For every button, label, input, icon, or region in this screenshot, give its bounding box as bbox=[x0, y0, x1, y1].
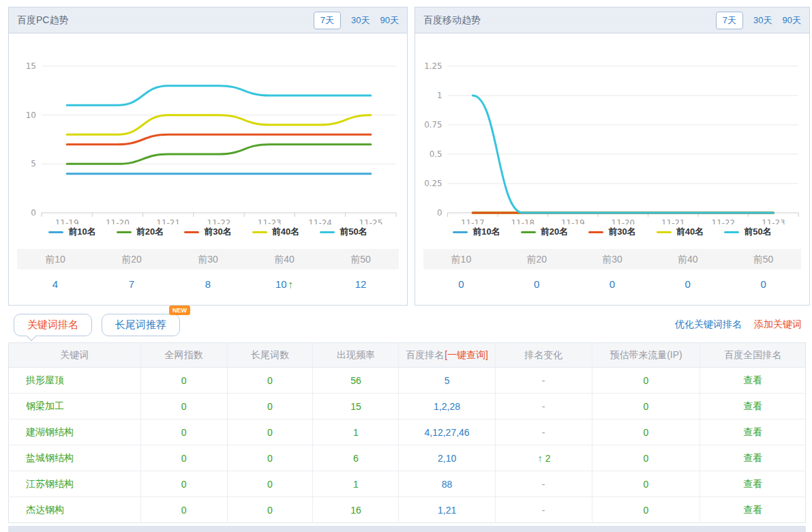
legend-label: 前20名 bbox=[136, 226, 164, 238]
longtail-count-cell: 0 bbox=[227, 368, 313, 394]
summary-value[interactable]: 0 bbox=[423, 269, 499, 297]
col-header: 全网指数 bbox=[140, 343, 227, 368]
col-header: 百度全国排名 bbox=[700, 343, 806, 368]
legend-item[interactable]: 前50名 bbox=[724, 226, 771, 238]
view-link[interactable]: 查看 bbox=[743, 374, 762, 385]
keyword-cell[interactable]: 钢梁加工 bbox=[9, 394, 141, 419]
legend-item[interactable]: 前20名 bbox=[117, 226, 164, 238]
legend-line-swatch bbox=[521, 231, 536, 233]
summary-value[interactable]: 8 bbox=[170, 269, 246, 297]
net-index-cell: 0 bbox=[140, 394, 227, 419]
summary-value[interactable]: 0 bbox=[725, 269, 801, 297]
view-link[interactable]: 查看 bbox=[743, 504, 762, 515]
pc-range-90d-button[interactable]: 90天 bbox=[380, 14, 399, 27]
svg-text:11-20: 11-20 bbox=[106, 218, 130, 224]
view-link[interactable]: 查看 bbox=[743, 400, 762, 411]
pc-rank-summary: 前10前20前30前40前5047810↑12 bbox=[17, 249, 399, 297]
keyword-row: 杰达钢构00161,21-0查看 bbox=[9, 497, 806, 523]
longtail-count-cell: 0 bbox=[227, 497, 313, 523]
no-change-dash: - bbox=[542, 375, 545, 386]
new-badge: NEW bbox=[169, 306, 190, 315]
legend-label: 前50名 bbox=[744, 226, 771, 238]
legend-item[interactable]: 前40名 bbox=[252, 226, 299, 238]
summary-value[interactable]: 7 bbox=[93, 269, 170, 297]
traffic-cell: 0 bbox=[592, 445, 700, 471]
svg-text:0: 0 bbox=[437, 208, 442, 218]
view-link[interactable]: 查看 bbox=[743, 426, 762, 437]
summary-header-row: 前10前20前30前40前50 bbox=[423, 249, 801, 269]
legend-item[interactable]: 前30名 bbox=[588, 226, 635, 238]
legend-item[interactable]: 前50名 bbox=[320, 226, 367, 238]
optimize-keyword-rank-link[interactable]: 优化关键词排名 bbox=[675, 319, 742, 331]
summary-value[interactable]: 4 bbox=[17, 269, 93, 297]
tab-longtail-suggest[interactable]: 长尾词推荐 NEW bbox=[102, 314, 180, 336]
keyword-row: 钢梁加工00151,2,28-0查看 bbox=[9, 394, 806, 419]
pc-panel-header: 百度PC趋势 7天 30天 90天 bbox=[9, 8, 407, 33]
baidu-rank-cell[interactable]: 5 bbox=[399, 368, 495, 394]
summary-value[interactable]: 0 bbox=[650, 269, 725, 297]
legend-line-swatch bbox=[588, 231, 603, 233]
svg-text:11-23: 11-23 bbox=[762, 218, 785, 224]
summary-value[interactable]: 0 bbox=[575, 269, 650, 297]
traffic-cell: 0 bbox=[592, 497, 700, 523]
legend-item[interactable]: 前10名 bbox=[453, 226, 500, 238]
legend-item[interactable]: 前40名 bbox=[657, 226, 704, 238]
col-header: 预估带来流量(IP) bbox=[592, 343, 700, 368]
tab-keyword-ranking[interactable]: 关键词排名 bbox=[14, 314, 92, 336]
traffic-cell: 0 bbox=[592, 471, 700, 497]
legend-item[interactable]: 前10名 bbox=[48, 226, 95, 238]
keyword-tabs: 关键词排名 长尾词推荐 NEW bbox=[14, 314, 180, 336]
mobile-rank-summary: 前10前20前30前40前5000000 bbox=[423, 249, 801, 297]
national-rank-cell: 查看 bbox=[700, 394, 806, 419]
longtail-count-cell: 0 bbox=[227, 394, 313, 419]
baidu-rank-cell[interactable]: 1,21 bbox=[399, 497, 495, 523]
net-index-cell: 0 bbox=[140, 368, 227, 394]
keyword-cell[interactable]: 拱形屋顶 bbox=[9, 368, 141, 394]
legend-line-swatch bbox=[724, 231, 739, 233]
one-click-query-link[interactable]: [一键查询] bbox=[445, 349, 488, 360]
pc-trend-line-chart: 05101511-1911-2011-2111-2211-2311-2411-2… bbox=[10, 39, 406, 224]
frequency-cell: 16 bbox=[313, 497, 399, 523]
baidu-rank-cell[interactable]: 2,10 bbox=[399, 445, 495, 471]
mobile-range-90d-button[interactable]: 90天 bbox=[783, 14, 801, 27]
baidu-rank-cell[interactable]: 88 bbox=[399, 471, 495, 497]
legend-line-swatch bbox=[117, 231, 132, 233]
legend-item[interactable]: 前20名 bbox=[521, 226, 568, 238]
summary-header: 前40 bbox=[650, 249, 725, 269]
legend-item[interactable]: 前30名 bbox=[184, 226, 231, 238]
summary-value[interactable]: 12 bbox=[322, 269, 399, 297]
keyword-cell[interactable]: 盐城钢结构 bbox=[9, 445, 141, 471]
keyword-cell[interactable]: 建湖钢结构 bbox=[9, 419, 141, 445]
svg-text:11-17: 11-17 bbox=[461, 218, 484, 224]
rank-change-cell: - bbox=[495, 419, 592, 445]
frequency-cell: 1 bbox=[313, 419, 399, 445]
frequency-cell: 6 bbox=[313, 445, 399, 471]
col-header: 出现频率 bbox=[313, 343, 399, 368]
summary-header: 前10 bbox=[17, 249, 93, 269]
legend-label: 前20名 bbox=[541, 226, 568, 238]
summary-header: 前50 bbox=[322, 249, 399, 269]
pc-range-30d-button[interactable]: 30天 bbox=[351, 14, 370, 27]
keyword-cell[interactable]: 江苏钢结构 bbox=[9, 471, 141, 497]
rank-change-cell: - bbox=[495, 368, 592, 394]
rank-change-cell: - bbox=[495, 471, 592, 497]
next-section-strip bbox=[8, 526, 806, 532]
pc-range-tabs: 7天 30天 90天 bbox=[314, 12, 399, 29]
baidu-rank-cell[interactable]: 4,12,27,46 bbox=[399, 419, 495, 445]
national-rank-cell: 查看 bbox=[700, 419, 806, 445]
add-keyword-link[interactable]: 添加关键词 bbox=[754, 319, 802, 331]
mobile-range-30d-button[interactable]: 30天 bbox=[753, 14, 772, 27]
summary-value[interactable]: 0 bbox=[499, 269, 575, 297]
svg-text:0.75: 0.75 bbox=[424, 120, 442, 130]
keyword-cell[interactable]: 杰达钢构 bbox=[9, 497, 141, 523]
national-rank-cell: 查看 bbox=[700, 471, 806, 497]
baidu-rank-cell[interactable]: 1,2,28 bbox=[399, 394, 495, 419]
rank-change-cell: ↑ 2 bbox=[495, 445, 592, 471]
summary-value[interactable]: 10↑ bbox=[246, 269, 322, 297]
longtail-count-cell: 0 bbox=[227, 445, 313, 471]
mobile-range-7d-button[interactable]: 7天 bbox=[716, 12, 743, 29]
view-link[interactable]: 查看 bbox=[743, 452, 762, 463]
view-link[interactable]: 查看 bbox=[743, 478, 762, 489]
legend-line-swatch bbox=[453, 231, 468, 233]
pc-range-7d-button[interactable]: 7天 bbox=[314, 12, 341, 29]
